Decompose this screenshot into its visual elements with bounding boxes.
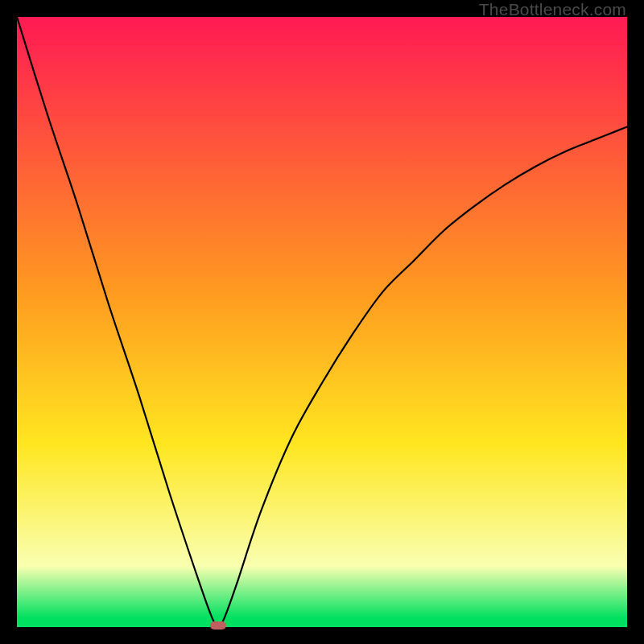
chart-frame xyxy=(17,17,627,627)
minimum-marker xyxy=(210,621,226,630)
bottleneck-curve xyxy=(17,17,627,627)
chart-svg xyxy=(17,17,627,627)
